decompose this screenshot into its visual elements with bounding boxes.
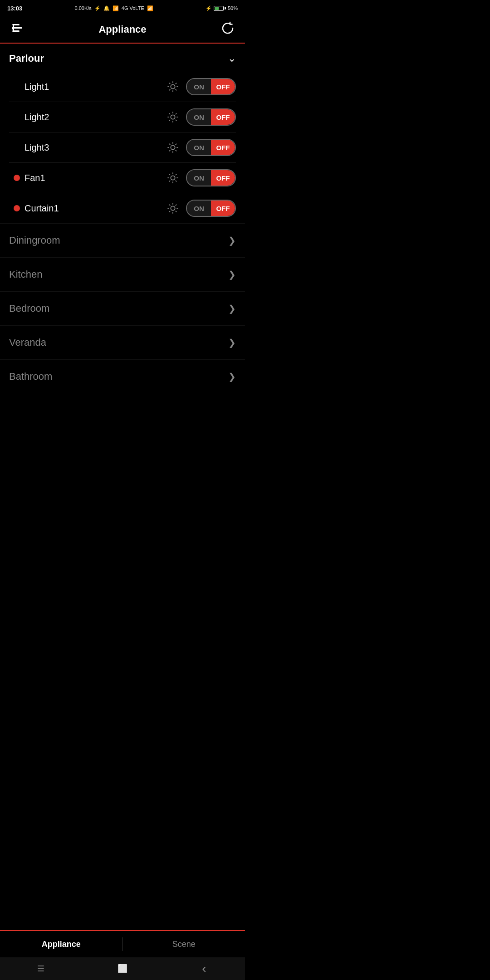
svg-line-10 [176,89,176,90]
device-item-light3: Light3 ON [5,132,240,162]
svg-line-11 [176,83,176,84]
bathroom-room-title: Bathroom [9,371,52,382]
parlour-device-list: Light1 ON [0,72,245,223]
svg-line-12 [169,89,170,90]
status-center: 0.00K/s ⚡ 🔔 📶 4G VoLTE 📶 [74,5,153,11]
toggle-curtain1[interactable]: ON OFF [186,200,236,217]
svg-line-48 [169,211,170,212]
toggle-light2[interactable]: ON OFF [186,108,236,126]
parlour-room-header[interactable]: Parlour ⌄ [0,44,245,72]
svg-point-40 [171,206,175,210]
svg-line-18 [169,113,170,114]
toggle-off-label: OFF [211,170,235,186]
svg-line-46 [176,211,176,212]
app-header: Appliance [0,16,245,44]
brightness-icon-curtain1[interactable] [166,201,180,215]
toggle-off-label: OFF [211,109,235,125]
toggle-on-label: ON [187,140,211,155]
battery-percent: 50% [228,5,238,11]
svg-line-30 [169,150,170,151]
alarm-icon: 🔔 [103,5,110,11]
svg-line-47 [176,205,176,206]
bedroom-arrow-icon: ❯ [228,303,236,314]
brightness-icon-fan1[interactable] [166,171,180,185]
toggle-on-label: ON [187,201,211,216]
kitchen-arrow-icon: ❯ [228,269,236,280]
device-name-light1: Light1 [24,82,49,92]
status-bar: 13:03 0.00K/s ⚡ 🔔 📶 4G VoLTE 📶 ⚡ 50% [0,0,245,16]
diningroom-room-title: Diningroom [9,235,60,246]
bluetooth-icon: ⚡ [94,5,101,11]
status-right: ⚡ 50% [206,5,238,11]
device-name-fan1: Fan1 [24,173,45,183]
svg-line-38 [176,174,176,175]
toggle-on-label: ON [187,109,211,125]
signal-icon: 📶 [113,5,119,11]
device-item-light1: Light1 ON [5,72,240,102]
main-content: Parlour ⌄ Light1 [0,44,245,448]
carrier-label: 4G VoLTE [122,5,144,11]
svg-point-31 [171,176,175,180]
device-dot-placeholder [14,114,20,120]
device-active-dot-curtain1 [14,205,20,211]
device-item-light2: Light2 ON [5,102,240,132]
device-name-light3: Light3 [24,142,49,153]
svg-line-37 [176,181,176,181]
bedroom-room-title: Bedroom [9,303,49,314]
svg-line-36 [169,174,170,175]
toggle-on-label: ON [187,79,211,94]
brightness-icon-light2[interactable] [166,110,180,124]
signal2-icon: 📶 [147,5,153,11]
battery-indicator [214,6,226,11]
svg-line-27 [169,144,170,145]
device-item-curtain1: Curtain1 O [5,193,240,223]
svg-line-29 [176,144,176,145]
toggle-fan1[interactable]: ON OFF [186,169,236,186]
svg-point-4 [171,84,175,88]
svg-line-21 [169,120,170,121]
device-dot-placeholder [14,83,20,90]
page-title: Appliance [25,24,220,35]
kitchen-room-title: Kitchen [9,269,42,280]
status-time: 13:03 [7,5,22,12]
svg-point-13 [171,115,175,119]
device-active-dot-fan1 [14,175,20,181]
toggle-off-label: OFF [211,201,235,216]
bathroom-arrow-icon: ❯ [228,371,236,382]
network-speed: 0.00K/s [74,5,91,11]
device-item-fan1: Fan1 ON [5,163,240,193]
svg-point-22 [171,145,175,149]
svg-line-28 [176,150,176,151]
bathroom-room-row[interactable]: Bathroom ❯ [0,359,245,393]
brightness-icon-light1[interactable] [166,80,180,93]
svg-line-39 [169,181,170,181]
device-name-light2: Light2 [24,112,49,122]
toggle-light3[interactable]: ON OFF [186,139,236,156]
svg-line-9 [169,83,170,84]
parlour-chevron-icon: ⌄ [228,53,236,64]
device-dot-placeholder [14,144,20,151]
toggle-light1[interactable]: ON OFF [186,78,236,95]
brightness-icon-light3[interactable] [166,141,180,154]
svg-line-45 [169,205,170,206]
toggle-off-label: OFF [211,140,235,155]
veranda-arrow-icon: ❯ [228,337,236,348]
kitchen-room-row[interactable]: Kitchen ❯ [0,257,245,291]
bedroom-room-row[interactable]: Bedroom ❯ [0,291,245,325]
svg-line-20 [176,113,176,114]
charging-icon: ⚡ [206,5,212,11]
refresh-button[interactable] [220,21,236,38]
parlour-room-title: Parlour [9,53,44,64]
svg-rect-0 [12,24,20,25]
back-button[interactable] [9,22,25,37]
diningroom-room-row[interactable]: Diningroom ❯ [0,223,245,257]
toggle-on-label: ON [187,170,211,186]
diningroom-arrow-icon: ❯ [228,235,236,246]
svg-line-19 [176,120,176,121]
device-name-curtain1: Curtain1 [24,203,59,214]
veranda-room-title: Veranda [9,337,46,348]
toggle-off-label: OFF [211,79,235,94]
veranda-room-row[interactable]: Veranda ❯ [0,325,245,359]
